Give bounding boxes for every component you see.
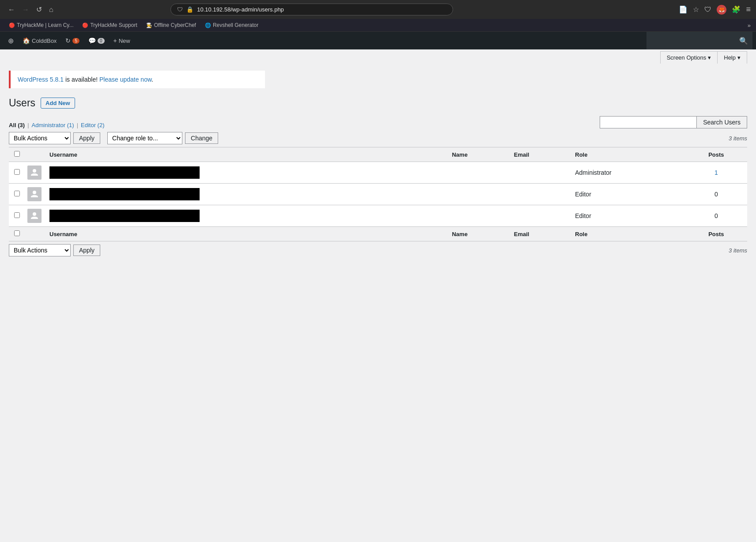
col-footer-checkbox bbox=[9, 227, 25, 241]
shield-icon[interactable]: 🛡 bbox=[704, 6, 711, 14]
wp-version-link[interactable]: WordPress 5.8.1 bbox=[18, 76, 64, 83]
bookmark-item-tryhackme[interactable]: 🔴 TryHackMe | Learn Cy... bbox=[5, 21, 77, 29]
screen-options-label: Screen Options bbox=[667, 54, 707, 61]
col-header-email[interactable]: Email bbox=[510, 147, 571, 162]
comments-item[interactable]: 💬 0 bbox=[84, 32, 109, 49]
row3-avatar-cell bbox=[25, 205, 45, 227]
filter-links: All (3) | Administrator (1) | Editor (2) bbox=[9, 122, 105, 128]
row2-posts-cell: 0 bbox=[685, 184, 747, 205]
new-label: New bbox=[119, 38, 130, 44]
admin-search-button[interactable]: 🔍 bbox=[735, 32, 752, 49]
admin-search-input[interactable] bbox=[646, 32, 735, 49]
extensions-icon[interactable]: 🧩 bbox=[732, 5, 741, 14]
col-footer-username[interactable]: Username bbox=[45, 227, 447, 241]
change-role-button[interactable]: Change bbox=[185, 132, 218, 144]
col-footer-role[interactable]: Role bbox=[571, 227, 685, 241]
bulk-actions-select-bottom[interactable]: Bulk Actions bbox=[9, 244, 71, 256]
add-new-button[interactable]: Add New bbox=[41, 98, 75, 109]
tryhackme-icon: 🔴 bbox=[9, 23, 15, 28]
avatar-person-icon bbox=[29, 189, 40, 199]
users-table: Username Name Email Role Posts bbox=[9, 147, 747, 241]
col-header-username[interactable]: Username bbox=[45, 147, 447, 162]
row1-email-cell bbox=[510, 162, 571, 184]
col-header-checkbox bbox=[9, 147, 25, 162]
row3-role-cell: Editor bbox=[571, 205, 685, 227]
forward-button[interactable]: → bbox=[19, 4, 32, 15]
row2-checkbox[interactable] bbox=[14, 191, 20, 196]
select-all-checkbox[interactable] bbox=[14, 151, 20, 157]
help-button[interactable]: Help ▾ bbox=[718, 51, 747, 64]
row1-avatar bbox=[27, 166, 42, 180]
bulk-actions-select-top[interactable]: Bulk Actions bbox=[9, 132, 71, 144]
apply-button-top[interactable]: Apply bbox=[73, 132, 100, 144]
row1-redacted bbox=[49, 166, 200, 179]
row3-checkbox[interactable] bbox=[14, 212, 20, 218]
filter-all-link[interactable]: All (3) bbox=[9, 122, 25, 128]
svg-point-1 bbox=[33, 191, 36, 194]
reload-button[interactable]: ↺ bbox=[34, 4, 45, 15]
bookmark-item-revshell[interactable]: 🌐 Revshell Generator bbox=[201, 21, 262, 29]
address-bar[interactable]: 🛡 🔒 10.10.192.58/wp-admin/users.php bbox=[170, 4, 453, 15]
comments-count-badge: 0 bbox=[98, 38, 105, 44]
updates-icon: ↻ bbox=[65, 37, 71, 44]
row1-posts-link[interactable]: 1 bbox=[714, 169, 718, 176]
reader-icon[interactable]: 📄 bbox=[679, 5, 688, 14]
col-header-name[interactable]: Name bbox=[447, 147, 509, 162]
wp-logo-item[interactable]: ⊕ bbox=[4, 32, 18, 49]
back-button[interactable]: ← bbox=[5, 4, 18, 15]
bookmark-item-support[interactable]: 🔴 TryHackMe Support bbox=[79, 21, 140, 29]
col-header-role[interactable]: Role bbox=[571, 147, 685, 162]
table-row: Administrator 1 bbox=[9, 162, 747, 184]
row2-redacted bbox=[49, 188, 200, 200]
filter-editor-link[interactable]: Editor (2) bbox=[81, 122, 104, 128]
col-footer-name[interactable]: Name bbox=[447, 227, 509, 241]
revshell-icon: 🌐 bbox=[205, 23, 211, 28]
update-now-link[interactable]: Please update now bbox=[99, 76, 151, 83]
home-button[interactable]: ⌂ bbox=[46, 4, 56, 15]
row2-name-cell bbox=[447, 184, 509, 205]
row3-redacted bbox=[49, 210, 200, 222]
row1-checkbox[interactable] bbox=[14, 169, 20, 175]
profile-icon[interactable]: 🦊 bbox=[717, 5, 726, 15]
search-users-button[interactable]: Search Users bbox=[697, 116, 747, 128]
comments-icon: 💬 bbox=[88, 37, 96, 44]
apply-button-bottom[interactable]: Apply bbox=[73, 245, 100, 256]
url-text: 10.10.192.58/wp-admin/users.php bbox=[197, 6, 284, 13]
updates-item[interactable]: ↻ 5 bbox=[61, 32, 84, 49]
row2-avatar-cell bbox=[25, 184, 45, 205]
new-item[interactable]: + New bbox=[109, 32, 135, 49]
update-notice: WordPress 5.8.1 is available! Please upd… bbox=[9, 71, 265, 88]
bulk-actions-bar-bottom: Bulk Actions Apply 3 items bbox=[9, 244, 747, 256]
table-header-row: Username Name Email Role Posts bbox=[9, 147, 747, 162]
update-period: . bbox=[151, 76, 153, 83]
bookmarks-bar: 🔴 TryHackMe | Learn Cy... 🔴 TryHackMe Su… bbox=[0, 19, 756, 32]
browser-nav-buttons: ← → ↺ ⌂ bbox=[5, 4, 56, 15]
col-footer-email[interactable]: Email bbox=[510, 227, 571, 241]
filter-admin-link[interactable]: Administrator (1) bbox=[32, 122, 74, 128]
change-role-select[interactable]: Change role to... bbox=[107, 132, 182, 144]
menu-icon[interactable]: ≡ bbox=[746, 5, 751, 14]
security-icon: 🛡 bbox=[177, 6, 183, 13]
row1-posts-cell: 1 bbox=[685, 162, 747, 184]
search-users-input[interactable] bbox=[600, 116, 697, 128]
bookmark-item-cyberchef[interactable]: 👨‍🍳 Offline CyberChef bbox=[143, 21, 200, 29]
col-footer-avatar bbox=[25, 227, 45, 241]
row1-username-cell bbox=[45, 162, 447, 184]
svg-point-2 bbox=[33, 212, 36, 216]
select-all-checkbox-bottom[interactable] bbox=[14, 230, 20, 236]
screen-options-button[interactable]: Screen Options ▾ bbox=[660, 51, 718, 64]
col-footer-posts[interactable]: Posts bbox=[685, 227, 747, 241]
filter-sep-1: | bbox=[27, 122, 29, 128]
site-name-item[interactable]: 🏠 ColddBox bbox=[18, 32, 61, 49]
page-header: Users Add New bbox=[9, 97, 747, 109]
lock-icon: 🔒 bbox=[186, 6, 193, 13]
col-header-posts[interactable]: Posts bbox=[685, 147, 747, 162]
bookmarks-more-button[interactable]: » bbox=[748, 22, 751, 29]
bookmark-star-icon[interactable]: ☆ bbox=[693, 5, 699, 14]
support-icon: 🔴 bbox=[82, 23, 88, 28]
row2-email-cell bbox=[510, 184, 571, 205]
row2-role-cell: Editor bbox=[571, 184, 685, 205]
avatar-person-icon bbox=[29, 167, 40, 178]
wp-logo-icon: ⊕ bbox=[8, 37, 14, 45]
row3-username-cell bbox=[45, 205, 447, 227]
